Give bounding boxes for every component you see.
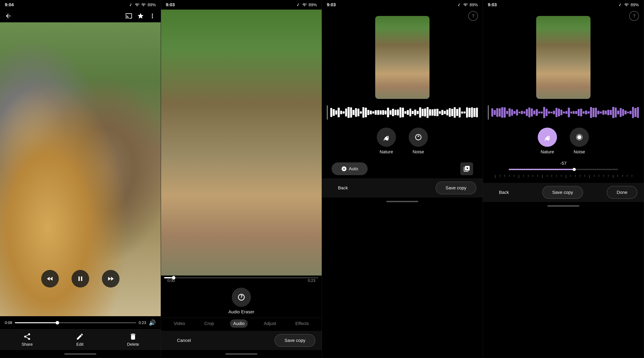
volume-icon-1[interactable]: 🔊	[149, 319, 156, 326]
star-icon[interactable]	[137, 12, 144, 19]
time-end-2: 0:23	[308, 278, 315, 283]
chicken-thumb-4	[536, 16, 590, 99]
tab-crop[interactable]: Crop	[201, 319, 217, 328]
home-indicator-4	[483, 202, 644, 210]
progress-track-1[interactable]	[15, 322, 136, 323]
intensity-slider-container[interactable]: // Will be rendered via JS below	[495, 168, 632, 180]
edit-button[interactable]: Edit	[76, 333, 84, 347]
status-bar-4: 9:03 89%	[483, 0, 644, 9]
playback-controls	[0, 270, 161, 288]
auto-row-3: Auto	[322, 159, 483, 178]
tab-effects[interactable]: Effects	[292, 319, 312, 328]
top-bar-1	[0, 9, 161, 22]
cancel-button-2[interactable]: Cancel	[168, 334, 200, 347]
waveform-area-4	[483, 102, 644, 123]
filter-nature-3[interactable]: Nature	[377, 128, 396, 155]
waveform-3[interactable]	[330, 106, 478, 119]
cast-icon[interactable]	[125, 12, 132, 19]
screenshot-icon-3[interactable]	[460, 163, 473, 175]
forward-button[interactable]	[102, 270, 120, 288]
footer-3: Back Save copy	[322, 178, 483, 197]
status-icons-1: 89%	[128, 2, 156, 7]
bluetooth-icon	[128, 2, 133, 7]
share-button[interactable]: Share	[22, 333, 32, 347]
bluetooth-icon-3	[457, 2, 461, 7]
video-thumb-3	[375, 16, 430, 99]
filter-noise-4[interactable]: Noise	[570, 128, 589, 155]
back-button-4[interactable]: Back	[490, 186, 518, 198]
back-icon[interactable]	[5, 12, 12, 19]
more-icon[interactable]	[149, 12, 156, 19]
waveform-area-3	[322, 102, 483, 123]
waveform-scrubber-3[interactable]	[327, 105, 328, 120]
tabs-row-2: Video Crop Audio Adjust Effects	[161, 318, 322, 331]
signal-icon	[141, 2, 146, 7]
video-area-1	[0, 22, 161, 316]
status-icons-3: 89%	[457, 2, 478, 7]
screen-audio-edit: 9:03 89% 0:00 0:23 Audio Eraser Video	[161, 0, 322, 358]
status-bar-3: 9:03 89%	[322, 0, 483, 9]
delete-label: Delete	[127, 342, 139, 347]
tab-adjust[interactable]: Adjust	[260, 319, 279, 328]
done-button-4[interactable]: Done	[607, 186, 637, 199]
help-button-3[interactable]: ?	[468, 11, 478, 21]
audio-eraser-button[interactable]	[232, 288, 251, 307]
video-timeline[interactable]	[164, 277, 318, 278]
tab-audio[interactable]: Audio	[230, 319, 248, 328]
save-copy-button-3[interactable]: Save copy	[436, 181, 476, 194]
tick-row	[495, 175, 632, 180]
progress-thumb-1[interactable]	[56, 321, 59, 325]
time-end-1: 0:23	[139, 321, 146, 325]
slider-value: -57	[558, 159, 568, 167]
filter-row-4: Nature Noise	[483, 123, 644, 159]
timeline-area[interactable]: 0:00 0:23	[161, 276, 322, 283]
battery-2: 89%	[308, 2, 317, 7]
waveform-4[interactable]	[491, 106, 639, 119]
time-1: 9:04	[5, 2, 14, 7]
filter-noise-3[interactable]: Noise	[409, 128, 428, 155]
time-2: 9:03	[166, 2, 175, 7]
wifi-icon	[135, 2, 139, 7]
tab-video[interactable]: Video	[170, 319, 188, 328]
filter-nature-4[interactable]: Nature	[538, 128, 557, 155]
rewind-button[interactable]	[41, 270, 59, 288]
video-thumb-4	[536, 16, 590, 99]
wifi-icon-4	[624, 2, 629, 7]
progress-fill-1	[15, 322, 57, 323]
time-4: 9:03	[488, 2, 497, 7]
auto-button-3[interactable]: Auto	[332, 163, 368, 175]
audio-eraser-label: Audio Eraser	[228, 309, 254, 315]
status-bar-1: 9:04 89%	[0, 0, 161, 9]
battery-1: 89%	[148, 2, 156, 7]
noise-circle-3[interactable]	[409, 128, 428, 147]
help-button-4[interactable]: ?	[629, 11, 639, 21]
footer-4: Back Save copy Done	[483, 183, 644, 202]
home-indicator-2	[161, 350, 322, 358]
status-icons-4: 89%	[618, 2, 639, 7]
home-bar-2	[225, 353, 257, 355]
save-copy-button-2[interactable]: Save copy	[274, 334, 315, 347]
save-copy-button-4[interactable]: Save copy	[542, 186, 583, 199]
nature-circle-4[interactable]	[538, 128, 557, 147]
wifi-icon-3	[463, 2, 468, 7]
nature-circle-3[interactable]	[377, 128, 396, 147]
screen-video-player: 9:04 89%	[0, 0, 161, 358]
time-3: 9:03	[327, 2, 336, 7]
timeline-progress	[164, 277, 172, 278]
video-preview-2	[161, 9, 322, 276]
screen-nature-selected: 9:03 89% ? Nature Noise	[483, 0, 644, 358]
intensity-slider[interactable]	[509, 169, 618, 170]
noise-circle-4[interactable]	[570, 128, 589, 147]
bottom-bar-1: Share Edit Delete	[0, 329, 161, 350]
waveform-scrubber-4[interactable]	[488, 105, 489, 120]
intensity-thumb[interactable]	[572, 168, 576, 171]
auto-label-3: Auto	[349, 166, 358, 171]
status-icons-2: 89%	[296, 2, 317, 7]
home-indicator-3	[322, 197, 483, 205]
noise-label-3: Noise	[412, 149, 424, 155]
pause-button[interactable]	[72, 270, 89, 288]
bluetooth-icon-4	[618, 2, 622, 7]
delete-button[interactable]: Delete	[127, 333, 139, 347]
back-button-3[interactable]: Back	[328, 182, 358, 194]
home-bar-4	[547, 205, 579, 207]
